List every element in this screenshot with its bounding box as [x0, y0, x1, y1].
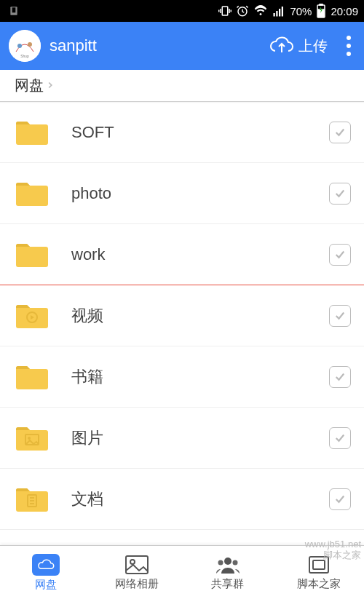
battery-percent: 70% — [290, 5, 312, 17]
folder-name: photo — [71, 184, 329, 203]
nav-label: 脚本之家 — [297, 577, 341, 591]
checkbox[interactable] — [329, 183, 351, 205]
cloud-icon — [36, 558, 55, 571]
svg-rect-9 — [320, 4, 323, 5]
nav-label: 共享群 — [211, 577, 244, 591]
nav-item-album[interactable]: 网络相册 — [91, 546, 182, 599]
breadcrumb[interactable]: 网盘 — [0, 70, 364, 102]
folder-icon — [13, 300, 51, 332]
svg-point-17 — [28, 437, 31, 440]
checkbox[interactable] — [329, 244, 351, 266]
status-notification-area — [6, 6, 19, 16]
svg-point-20 — [130, 560, 135, 564]
nav-item-disk[interactable]: 网盘 — [0, 546, 91, 599]
svg-rect-19 — [126, 556, 148, 574]
file-list: SOFTphotowork视频书籍图片文档 — [0, 102, 364, 530]
folder-icon — [13, 178, 51, 210]
breadcrumb-current: 网盘 — [15, 76, 44, 95]
checkbox[interactable] — [329, 488, 351, 510]
checkbox[interactable] — [329, 122, 351, 143]
folder-icon — [13, 422, 51, 454]
svg-point-13 — [28, 42, 32, 47]
svg-rect-7 — [282, 7, 283, 17]
avatar[interactable]: Shop — [9, 30, 41, 62]
list-item[interactable]: 书籍 — [0, 346, 364, 408]
nav-label: 网络相册 — [115, 577, 159, 591]
svg-point-22 — [218, 560, 223, 565]
nav-item-share[interactable]: 共享群 — [182, 546, 273, 599]
status-bar: 70% 20:09 — [0, 0, 364, 22]
svg-rect-1 — [12, 7, 16, 12]
svg-text:Shop: Shop — [20, 54, 29, 58]
list-item[interactable]: 图片 — [0, 408, 364, 469]
upload-label: 上传 — [298, 36, 328, 56]
upload-button[interactable]: 上传 — [269, 36, 328, 56]
folder-icon — [13, 483, 51, 515]
app-header: Shop sanpitt 上传 — [0, 22, 364, 70]
folder-icon — [13, 116, 51, 148]
signal-icon — [272, 4, 285, 17]
album-icon — [124, 555, 149, 575]
list-item[interactable]: 文档 — [0, 469, 364, 530]
svg-rect-6 — [279, 9, 280, 17]
folder-name: work — [71, 245, 329, 264]
vibrate-icon — [218, 4, 232, 17]
svg-point-23 — [232, 560, 237, 565]
folder-name: SOFT — [71, 123, 329, 142]
folder-name: 视频 — [71, 305, 329, 327]
battery-icon — [316, 4, 326, 18]
watermark: www.jb51.net 脚本之家 — [302, 537, 364, 563]
folder-icon — [13, 361, 51, 393]
checkbox[interactable] — [329, 305, 351, 327]
folder-name: 图片 — [71, 427, 329, 449]
list-item[interactable]: photo — [0, 163, 364, 224]
clock: 20:09 — [331, 5, 358, 17]
svg-rect-5 — [277, 11, 278, 17]
checkbox[interactable] — [329, 366, 351, 388]
more-menu-button[interactable] — [342, 31, 355, 60]
username-label: sanpitt — [50, 36, 269, 55]
folder-icon — [13, 239, 51, 271]
svg-point-12 — [17, 44, 22, 48]
checkbox[interactable] — [329, 427, 351, 449]
folder-name: 文档 — [71, 488, 329, 510]
folder-name: 书籍 — [71, 366, 329, 388]
chevron-right-icon — [45, 77, 55, 94]
cloud-upload-icon — [269, 36, 294, 55]
list-item[interactable]: 视频 — [0, 285, 364, 346]
svg-rect-2 — [223, 7, 229, 15]
wifi-icon — [253, 4, 268, 17]
list-item[interactable]: work — [0, 224, 364, 285]
svg-rect-4 — [274, 13, 275, 17]
alarm-icon — [236, 4, 249, 17]
svg-point-21 — [224, 558, 232, 565]
notification-icon — [9, 6, 19, 16]
group-icon — [215, 555, 240, 575]
nav-label: 网盘 — [35, 578, 57, 592]
list-item[interactable]: SOFT — [0, 102, 364, 163]
